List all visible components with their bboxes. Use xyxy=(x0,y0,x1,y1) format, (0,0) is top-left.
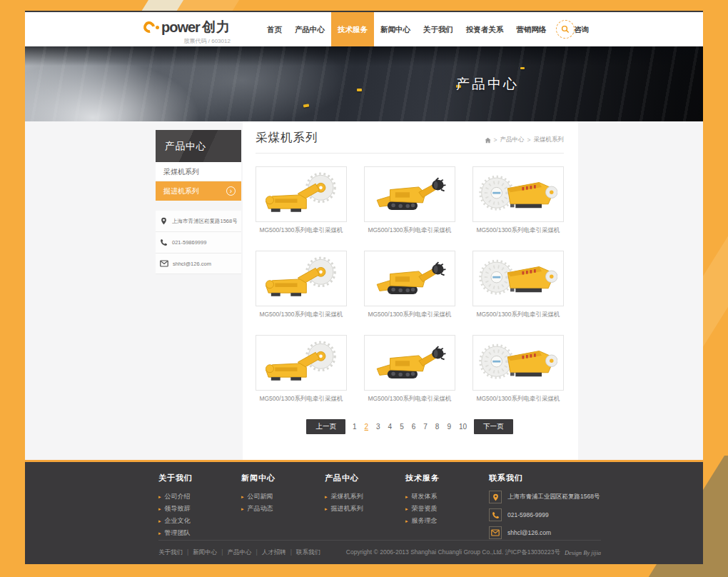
breadcrumb-item[interactable]: 产品中心 xyxy=(500,136,525,144)
machine-illustration xyxy=(479,341,557,385)
product-image[interactable] xyxy=(472,251,564,306)
page-number-link[interactable]: 5 xyxy=(399,423,405,431)
product-card[interactable]: MG500/1300系列电牵引采煤机 xyxy=(256,166,347,235)
product-card[interactable]: MG500/1300系列电牵引采煤机 xyxy=(256,251,347,319)
nav-item[interactable]: 营销网络 xyxy=(510,12,553,46)
page-number-link[interactable]: 8 xyxy=(435,423,440,431)
product-name: MG500/1300系列电牵引采煤机 xyxy=(364,311,455,319)
product-image[interactable] xyxy=(364,251,455,306)
breadcrumb-separator: > xyxy=(494,136,497,144)
bullet-icon: ▸ xyxy=(405,503,408,515)
footer-bottom-link[interactable]: 新闻中心 xyxy=(193,548,227,557)
next-page-button[interactable]: 下一页 xyxy=(474,419,513,434)
footer-link[interactable]: ▸服务理念 xyxy=(405,515,489,527)
nav-item[interactable]: 投资者关系 xyxy=(460,12,510,46)
footer-bottom-link[interactable]: 产品中心 xyxy=(227,548,261,557)
sidebar-contact-row: shhcl@126.com xyxy=(156,254,241,274)
machine-illustration xyxy=(262,256,340,301)
page-number-link[interactable]: 3 xyxy=(375,423,381,431)
footer-link[interactable]: ▸公司介绍 xyxy=(158,491,241,503)
location-pin-icon xyxy=(160,217,168,225)
page-number-link[interactable]: 6 xyxy=(411,423,417,431)
footer-link[interactable]: ▸产品动态 xyxy=(241,503,325,515)
product-card[interactable]: MG500/1300系列电牵引采煤机 xyxy=(364,166,455,235)
logo-text-en: power xyxy=(161,19,200,36)
product-card[interactable]: MG500/1300系列电牵引采煤机 xyxy=(256,335,347,403)
product-card[interactable]: MG500/1300系列电牵引采煤机 xyxy=(364,335,455,403)
page-number-link[interactable]: 10 xyxy=(458,423,467,431)
sidebar-category-item[interactable]: 掘进机系列› xyxy=(156,181,241,201)
product-image[interactable] xyxy=(256,251,347,306)
breadcrumb-separator: > xyxy=(527,136,531,144)
nav-item[interactable]: 产品中心 xyxy=(288,12,331,46)
bullet-icon: ▸ xyxy=(325,503,328,515)
footer-bottom-link[interactable]: 关于我们 xyxy=(158,548,193,557)
page-number-link[interactable]: 2 xyxy=(363,423,369,431)
search-icon xyxy=(561,25,570,34)
bullet-icon: ▸ xyxy=(158,491,161,503)
site-footer: 关于我们▸公司介绍▸领导致辞▸企业文化▸管理团队新闻中心▸公司新闻▸产品动态产品… xyxy=(25,460,703,564)
design-credit: Design By jijia xyxy=(565,549,601,556)
footer-contact-title: 联系我们 xyxy=(489,473,603,483)
footer-link[interactable]: ▸掘进机系列 xyxy=(325,503,405,515)
product-name: MG500/1300系列电牵引采煤机 xyxy=(364,226,455,235)
footer-link[interactable]: ▸采煤机系列 xyxy=(325,491,405,503)
email-icon xyxy=(491,529,500,536)
product-image[interactable] xyxy=(256,166,347,222)
breadcrumb-item[interactable]: 采煤机系列 xyxy=(534,136,565,144)
product-card[interactable]: MG500/1300系列电牵引采煤机 xyxy=(472,251,564,319)
page-number-link[interactable]: 1 xyxy=(352,423,358,431)
phone-icon xyxy=(160,239,168,246)
copyright: Copyright © 2006-2013 Shanghai Chuangli … xyxy=(346,548,601,557)
logo-text-cn: 创力 xyxy=(202,18,231,36)
footer-columns: 关于我们▸公司介绍▸领导致辞▸企业文化▸管理团队新闻中心▸公司新闻▸产品动态产品… xyxy=(158,473,489,539)
machine-illustration xyxy=(262,341,340,385)
product-image[interactable] xyxy=(364,335,455,391)
product-card[interactable]: MG500/1300系列电牵引采煤机 xyxy=(472,166,564,235)
product-name: MG500/1300系列电牵引采煤机 xyxy=(472,395,564,403)
footer-bottom-link[interactable]: 人才招聘 xyxy=(262,548,296,557)
product-image[interactable] xyxy=(472,166,564,222)
page-number-link[interactable]: 7 xyxy=(423,423,428,431)
page-number-link[interactable]: 9 xyxy=(446,423,452,431)
sidebar-contact-row: 上海市青浦区崧复路1568号 xyxy=(156,211,241,232)
company-logo[interactable]: power 创力 股票代码 / 603012 xyxy=(143,18,231,45)
footer-bottom-link[interactable]: 联系我们 xyxy=(296,548,320,557)
copyright-text: Copyright © 2006-2013 Shanghai Chuangli … xyxy=(346,548,560,557)
footer-link[interactable]: ▸研发体系 xyxy=(405,491,489,503)
nav-item[interactable]: 首页 xyxy=(261,12,288,46)
email-icon xyxy=(160,260,168,267)
nav-item[interactable]: 技术服务 xyxy=(331,12,374,46)
footer-link[interactable]: ▸领导致辞 xyxy=(158,503,241,515)
site-page: power 创力 股票代码 / 603012 首页产品中心技术服务新闻中心关于我… xyxy=(25,11,703,564)
sidebar-contact: 上海市青浦区崧复路1568号021-59869999shhcl@126.com xyxy=(156,211,241,274)
product-card[interactable]: MG500/1300系列电牵引采煤机 xyxy=(472,335,564,403)
bullet-icon: ▸ xyxy=(158,503,161,515)
footer-link[interactable]: ▸荣誉资质 xyxy=(405,503,489,515)
truck-dot xyxy=(520,67,525,69)
footer-link[interactable]: ▸公司新闻 xyxy=(241,491,325,503)
search-button[interactable] xyxy=(556,20,575,39)
stock-code-label: 股票代码 / 603012 xyxy=(143,37,231,45)
product-image[interactable] xyxy=(364,166,455,222)
product-image[interactable] xyxy=(256,335,347,391)
footer-contact: 联系我们 上海市青浦工业园区崧复路1568号021-5986-9999shhcl… xyxy=(489,473,603,544)
product-card[interactable]: MG500/1300系列电牵引采煤机 xyxy=(364,251,455,319)
sidebar-category-item[interactable]: 采煤机系列› xyxy=(156,162,241,181)
location-pin-icon xyxy=(492,493,500,501)
nav-item[interactable]: 新闻中心 xyxy=(374,12,417,46)
logo-dot-icon xyxy=(156,26,159,29)
page-title: 采煤机系列 xyxy=(256,130,318,146)
sidebar-title: 产品中心 xyxy=(156,130,241,162)
prev-page-button[interactable]: 上一页 xyxy=(306,419,345,434)
home-icon[interactable] xyxy=(485,137,491,144)
product-image[interactable] xyxy=(472,335,564,391)
product-name: MG500/1300系列电牵引采煤机 xyxy=(256,395,347,403)
bullet-icon: ▸ xyxy=(325,491,328,503)
product-name: MG500/1300系列电牵引采煤机 xyxy=(256,311,347,319)
footer-link[interactable]: ▸企业文化 xyxy=(158,515,241,527)
pagination: 上一页 12345678910 下一页 xyxy=(256,419,564,434)
nav-item[interactable]: 关于我们 xyxy=(417,12,460,46)
page-number-link[interactable]: 4 xyxy=(388,423,393,431)
footer-link[interactable]: ▸管理团队 xyxy=(158,527,241,539)
